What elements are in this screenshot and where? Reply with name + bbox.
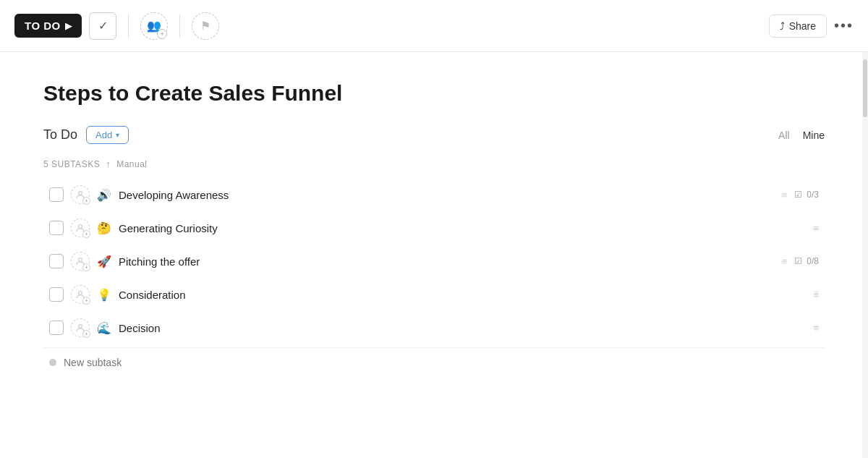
new-subtask-input[interactable] — [64, 357, 190, 368]
drag-handle-icon-1[interactable]: ≡ — [782, 190, 788, 200]
add-label: Add — [95, 130, 112, 140]
subtask-check-icon: ☑ — [794, 256, 802, 266]
task-row[interactable]: + 🚀 Pitching the offer ≡ ☑ 0/8 — [43, 245, 825, 278]
subtasks-count: 5 SUBTASKS — [43, 159, 100, 169]
scrollbar-track[interactable] — [862, 52, 868, 458]
task-row[interactable]: + 💡 Consideration ≡ — [43, 278, 825, 311]
divider-2 — [179, 14, 180, 38]
sort-label: Manual — [116, 159, 147, 169]
task-name-5: Decision — [119, 322, 806, 334]
drag-handle-icon-5[interactable]: ≡ — [813, 323, 819, 334]
task-row[interactable]: + 🔊 Developing Awareness ≡ ☑ 0/3 — [43, 178, 825, 211]
subtask-count-3: 0/8 — [807, 256, 819, 266]
page-title: Steps to Create Sales Funnel — [43, 81, 825, 106]
task-emoji-2: 🤔 — [97, 221, 111, 235]
todo-button[interactable]: TO DO ▶ — [14, 14, 82, 38]
task-checkbox-3[interactable] — [49, 254, 64, 268]
share-label: Share — [789, 20, 816, 32]
subtask-check-icon: ☑ — [794, 190, 802, 200]
drag-handle-icon-4[interactable]: ≡ — [813, 289, 819, 300]
task-checkbox-4[interactable] — [49, 287, 64, 302]
check-button[interactable]: ✓ — [89, 12, 116, 40]
flag-button[interactable]: ⚑ — [192, 12, 219, 40]
avatar-plus-icon: + — [82, 297, 90, 305]
task-row[interactable]: + 🌊 Decision ≡ — [43, 311, 825, 344]
task-avatar-5: + — [71, 318, 90, 337]
share-icon: ⤴ — [780, 20, 785, 32]
toolbar: TO DO ▶ ✓ 👥 + ⚑ ⤴ Share ••• — [0, 0, 868, 52]
subtasks-meta: 5 SUBTASKS ↑ Manual — [43, 158, 825, 169]
filter-all-button[interactable]: All — [778, 130, 790, 141]
task-avatar-2: + — [71, 219, 90, 237]
task-meta-3: ☑ 0/8 — [794, 256, 819, 266]
task-avatar-4: + — [71, 285, 90, 304]
main-content: Steps to Create Sales Funnel To Do Add ▾… — [0, 52, 868, 406]
svg-point-4 — [79, 325, 82, 328]
avatar-plus-icon: + — [82, 263, 90, 271]
svg-point-2 — [79, 258, 82, 262]
caret-icon: ▾ — [116, 131, 119, 139]
subtask-count-1: 0/3 — [807, 190, 819, 200]
drag-handle-icon-3[interactable]: ≡ — [782, 256, 788, 267]
task-row[interactable]: + 🤔 Generating Curiosity ≡ — [43, 211, 825, 245]
task-checkbox-1[interactable] — [49, 187, 64, 202]
new-subtask-row[interactable] — [43, 347, 825, 377]
task-name-2: Generating Curiosity — [119, 222, 806, 234]
new-subtask-dot — [49, 359, 56, 366]
task-name-3: Pitching the offer — [119, 255, 775, 268]
task-name-4: Consideration — [119, 289, 806, 301]
task-list: + 🔊 Developing Awareness ≡ ☑ 0/3 + 🤔 — [43, 178, 825, 344]
task-avatar-1: + — [71, 185, 90, 204]
filter-mine-button[interactable]: Mine — [803, 130, 825, 141]
task-checkbox-5[interactable] — [49, 321, 64, 335]
add-button[interactable]: Add ▾ — [86, 126, 129, 144]
toolbar-right: ⤴ Share ••• — [769, 14, 854, 38]
sort-up-icon: ↑ — [106, 158, 111, 169]
chevron-right-icon: ▶ — [65, 21, 72, 31]
filter-group: All Mine — [778, 130, 825, 141]
task-avatar-3: + — [71, 252, 90, 271]
svg-point-3 — [79, 292, 82, 295]
more-options-button[interactable]: ••• — [834, 17, 854, 34]
task-name-1: Developing Awareness — [119, 189, 775, 201]
flag-icon: ⚑ — [200, 19, 210, 33]
task-emoji-3: 🚀 — [97, 255, 111, 268]
todo-label: TO DO — [25, 20, 61, 32]
plus-badge-icon: + — [157, 29, 167, 39]
task-meta-1: ☑ 0/3 — [794, 190, 819, 200]
avatar-plus-icon: + — [82, 330, 90, 338]
task-emoji-1: 🔊 — [97, 188, 111, 202]
divider — [128, 14, 129, 38]
more-icon: ••• — [834, 17, 854, 33]
section-header: To Do Add ▾ All Mine — [43, 126, 825, 144]
scrollbar-thumb[interactable] — [863, 59, 867, 117]
drag-handle-icon-2[interactable]: ≡ — [813, 223, 819, 234]
add-member-button[interactable]: 👥 + — [140, 12, 168, 40]
task-emoji-4: 💡 — [97, 288, 111, 302]
task-emoji-5: 🌊 — [97, 321, 111, 335]
svg-point-1 — [79, 225, 82, 229]
check-icon: ✓ — [98, 19, 108, 33]
avatar-plus-icon: + — [82, 197, 90, 205]
avatar-plus-icon: + — [82, 230, 90, 238]
section-label: To Do — [43, 127, 77, 143]
task-checkbox-2[interactable] — [49, 221, 64, 235]
share-button[interactable]: ⤴ Share — [769, 14, 827, 38]
svg-point-0 — [79, 192, 82, 195]
